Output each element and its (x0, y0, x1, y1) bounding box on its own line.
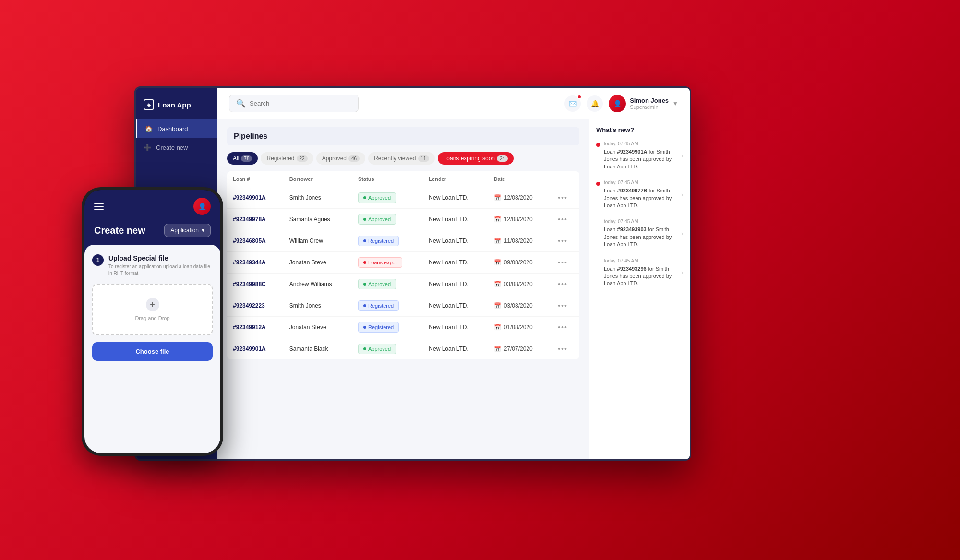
calendar-icon: 📅 (494, 216, 501, 223)
status-dot (363, 261, 366, 264)
phone-card: 1 Upload Special file To register an app… (84, 245, 220, 453)
tab-registered[interactable]: Registered 22 (261, 152, 313, 165)
phone-header: 👤 (84, 190, 220, 220)
tab-recently-viewed-label: Recently viewed (374, 155, 416, 162)
tab-recently-viewed-count: 11 (418, 155, 429, 162)
hamburger-menu[interactable] (94, 203, 104, 210)
cell-date: 📅 03/08/2020 (488, 295, 552, 317)
table-row[interactable]: #923492223 Smith Jones Registered New Lo… (227, 295, 579, 317)
cell-loan: #92349344A (227, 252, 284, 274)
notification-time: today, 07:45 AM (604, 219, 677, 224)
avatar: 👤 (609, 95, 626, 112)
more-options-button[interactable]: ••• (558, 259, 568, 266)
tab-loans-expiring[interactable]: Loans expiring soon 24 (438, 152, 514, 165)
more-options-button[interactable]: ••• (558, 323, 568, 331)
plus-icon: + (146, 298, 159, 311)
tab-approved-count: 46 (348, 155, 360, 162)
upload-zone[interactable]: + Drag and Drop (92, 284, 213, 335)
cell-date: 📅 12/08/2020 (488, 209, 552, 230)
cell-loan: #92349978A (227, 209, 284, 230)
app-dropdown[interactable]: Application ▾ (164, 224, 211, 237)
notification-text: Loan #92349901A for Smith Jones has been… (604, 148, 677, 170)
step-desc: To register an application upload a loan… (108, 263, 213, 277)
notification-item[interactable]: today, 07:45 AM Loan #923493903 for Smit… (596, 219, 683, 248)
phone-avatar-image: 👤 (198, 203, 206, 210)
notifications-list: today, 07:45 AM Loan #92349901A for Smit… (596, 141, 683, 287)
sidebar-item-dashboard[interactable]: 🏠 Dashboard (136, 119, 217, 138)
cell-borrower: Smith Jones (284, 295, 352, 317)
cell-date: 📅 09/08/2020 (488, 252, 552, 274)
notification-item[interactable]: today, 07:45 AM Loan #92349901A for Smit… (596, 141, 683, 170)
cell-more[interactable]: ••• (552, 274, 579, 295)
table-row[interactable]: #92349344A Jonatan Steve Loans exp... Ne… (227, 252, 579, 274)
cell-lender: New Loan LTD. (423, 295, 488, 317)
chevron-right-icon: › (681, 258, 683, 287)
notification-item[interactable]: today, 07:45 AM Loan #92349977B for Smit… (596, 180, 683, 209)
table-row[interactable]: #92349912A Jonatan Steve Registered New … (227, 317, 579, 338)
tab-recently-viewed[interactable]: Recently viewed 11 (368, 152, 435, 165)
table-row[interactable]: #92349988C Andrew Williams Approved New … (227, 274, 579, 295)
search-box[interactable]: 🔍 (229, 95, 359, 112)
more-options-button[interactable]: ••• (558, 237, 568, 245)
bell-button[interactable]: 🔔 (587, 95, 603, 112)
choose-file-button[interactable]: Choose file (92, 342, 213, 361)
tab-all[interactable]: All 78 (227, 152, 258, 165)
cell-lender: New Loan LTD. (423, 317, 488, 338)
more-options-button[interactable]: ••• (558, 215, 568, 223)
chevron-right-icon: › (681, 141, 683, 170)
table-row[interactable]: #92349901A Smith Jones Approved New Loan… (227, 187, 579, 209)
cell-borrower: Jonatan Steve (284, 317, 352, 338)
cell-more[interactable]: ••• (552, 230, 579, 252)
cell-loan: #92346805A (227, 230, 284, 252)
more-options-button[interactable]: ••• (558, 302, 568, 310)
notification-content: today, 07:45 AM Loan #92349977B for Smit… (604, 180, 677, 209)
calendar-icon: 📅 (494, 281, 501, 287)
avatar-image: 👤 (613, 100, 622, 107)
notification-text: Loan #923493903 for Smith Jones has been… (604, 226, 677, 248)
cell-more[interactable]: ••• (552, 252, 579, 274)
hamburger-line-3 (94, 209, 104, 210)
notification-dot (596, 260, 600, 264)
plus-icon: ➕ (144, 144, 151, 151)
cell-more[interactable]: ••• (552, 317, 579, 338)
search-input[interactable] (250, 100, 351, 107)
calendar-icon: 📅 (494, 346, 501, 352)
sidebar-logo: ◈ Loan App (136, 88, 217, 119)
search-icon: 🔍 (236, 99, 246, 108)
phone-screen: 👤 Create new Application ▾ 1 Upload Spec… (84, 190, 220, 453)
user-role: Superadmin (630, 104, 669, 110)
cell-status: Registered (352, 317, 423, 338)
cell-borrower: Jonatan Steve (284, 252, 352, 274)
notification-item[interactable]: today, 07:45 AM Loan #923493296 for Smit… (596, 258, 683, 287)
step-header: 1 Upload Special file To register an app… (92, 254, 213, 277)
user-info[interactable]: 👤 Simon Jones Superadmin ▼ (609, 95, 678, 112)
cell-status: Approved (352, 274, 423, 295)
cell-more[interactable]: ••• (552, 295, 579, 317)
more-options-button[interactable]: ••• (558, 345, 568, 353)
more-options-button[interactable]: ••• (558, 280, 568, 288)
logo-icon: ◈ (144, 99, 154, 110)
cell-lender: New Loan LTD. (423, 209, 488, 230)
tab-approved[interactable]: Approved 46 (316, 152, 366, 165)
notification-time: today, 07:45 AM (604, 258, 677, 263)
user-name: Simon Jones (630, 97, 669, 104)
cell-status: Approved (352, 209, 423, 230)
chevron-down-icon: ▾ (202, 227, 204, 234)
col-borrower: Borrower (284, 171, 352, 187)
mail-button[interactable]: ✉️ (564, 95, 581, 112)
more-options-button[interactable]: ••• (558, 194, 568, 202)
table-row[interactable]: #92349978A Samanta Agnes Approved New Lo… (227, 209, 579, 230)
cell-more[interactable]: ••• (552, 338, 579, 360)
table-row[interactable]: #92349901A Samanta Black Approved New Lo… (227, 338, 579, 360)
status-dot (363, 347, 366, 350)
cell-lender: New Loan LTD. (423, 338, 488, 360)
cell-more[interactable]: ••• (552, 187, 579, 209)
step-number: 1 (92, 254, 104, 266)
cell-status: Approved (352, 338, 423, 360)
cell-more[interactable]: ••• (552, 209, 579, 230)
tab-all-count: 78 (241, 155, 252, 162)
cell-date: 📅 01/08/2020 (488, 317, 552, 338)
table-row[interactable]: #92346805A William Crew Registered New L… (227, 230, 579, 252)
sidebar-item-create-new[interactable]: ➕ Create new (136, 138, 217, 157)
cell-status: Loans exp... (352, 252, 423, 274)
